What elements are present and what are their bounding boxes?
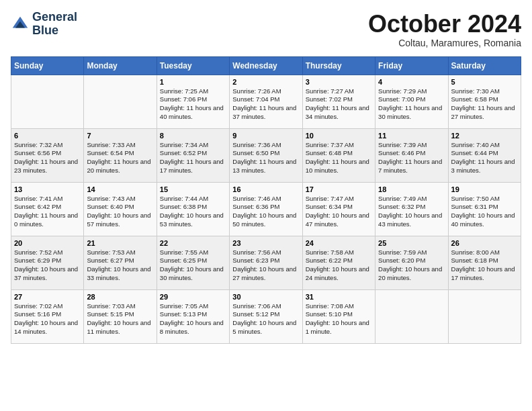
day-info: Sunrise: 8:00 AM Sunset: 6:18 PM Dayligh…	[451, 248, 518, 283]
calendar-cell: 29Sunrise: 7:05 AM Sunset: 5:13 PM Dayli…	[157, 289, 229, 343]
day-info: Sunrise: 7:02 AM Sunset: 5:16 PM Dayligh…	[14, 302, 81, 336]
calendar-cell	[11, 75, 84, 128]
day-info: Sunrise: 7:58 AM Sunset: 6:22 PM Dayligh…	[306, 248, 372, 283]
calendar-cell: 17Sunrise: 7:47 AM Sunset: 6:34 PM Dayli…	[302, 182, 375, 236]
calendar-cell: 23Sunrise: 7:56 AM Sunset: 6:23 PM Dayli…	[230, 236, 302, 289]
logo-line1: General	[32, 11, 77, 24]
calendar-cell: 30Sunrise: 7:06 AM Sunset: 5:12 PM Dayli…	[230, 289, 302, 343]
day-number: 7	[87, 132, 153, 140]
calendar-cell: 10Sunrise: 7:37 AM Sunset: 6:48 PM Dayli…	[302, 128, 375, 182]
calendar-cell: 13Sunrise: 7:41 AM Sunset: 6:42 PM Dayli…	[11, 182, 84, 236]
day-info: Sunrise: 7:05 AM Sunset: 5:13 PM Dayligh…	[160, 302, 226, 336]
day-number: 27	[14, 293, 81, 301]
day-info: Sunrise: 7:47 AM Sunset: 6:34 PM Dayligh…	[306, 195, 372, 229]
day-number: 12	[451, 132, 518, 140]
calendar-cell: 24Sunrise: 7:58 AM Sunset: 6:22 PM Dayli…	[302, 236, 375, 289]
calendar-cell	[375, 289, 448, 343]
weekday-header: Friday	[375, 56, 448, 75]
calendar-cell	[84, 75, 157, 128]
calendar-cell: 21Sunrise: 7:53 AM Sunset: 6:27 PM Dayli…	[84, 236, 157, 289]
calendar-table: SundayMondayTuesdayWednesdayThursdayFrid…	[11, 56, 521, 344]
calendar-cell: 2Sunrise: 7:26 AM Sunset: 7:04 PM Daylig…	[230, 75, 302, 128]
weekday-header: Thursday	[302, 56, 375, 75]
day-info: Sunrise: 7:40 AM Sunset: 6:44 PM Dayligh…	[451, 141, 518, 175]
day-number: 14	[87, 185, 153, 193]
calendar-cell: 22Sunrise: 7:55 AM Sunset: 6:25 PM Dayli…	[157, 236, 229, 289]
day-info: Sunrise: 7:29 AM Sunset: 7:00 PM Dayligh…	[378, 87, 445, 122]
day-number: 4	[378, 78, 445, 86]
calendar-cell: 27Sunrise: 7:02 AM Sunset: 5:16 PM Dayli…	[11, 289, 84, 343]
day-info: Sunrise: 7:37 AM Sunset: 6:48 PM Dayligh…	[306, 141, 372, 175]
weekday-header: Saturday	[448, 56, 521, 75]
day-number: 18	[378, 185, 445, 193]
day-info: Sunrise: 7:03 AM Sunset: 5:15 PM Dayligh…	[87, 302, 153, 336]
calendar-cell: 3Sunrise: 7:27 AM Sunset: 7:02 PM Daylig…	[302, 75, 375, 128]
day-info: Sunrise: 7:34 AM Sunset: 6:52 PM Dayligh…	[160, 141, 226, 175]
weekday-header: Monday	[84, 56, 157, 75]
weekday-header: Sunday	[11, 56, 84, 75]
calendar-cell: 15Sunrise: 7:44 AM Sunset: 6:38 PM Dayli…	[157, 182, 229, 236]
calendar-cell: 9Sunrise: 7:36 AM Sunset: 6:50 PM Daylig…	[230, 128, 302, 182]
day-info: Sunrise: 7:32 AM Sunset: 6:56 PM Dayligh…	[14, 141, 81, 175]
calendar-week-row: 1Sunrise: 7:25 AM Sunset: 7:06 PM Daylig…	[11, 75, 521, 128]
day-number: 25	[378, 239, 445, 247]
day-number: 26	[451, 239, 518, 247]
day-number: 24	[306, 239, 372, 247]
calendar-cell: 16Sunrise: 7:46 AM Sunset: 6:36 PM Dayli…	[230, 182, 302, 236]
day-number: 5	[451, 78, 518, 86]
day-number: 29	[160, 293, 226, 301]
day-number: 9	[232, 132, 299, 140]
calendar-cell: 11Sunrise: 7:39 AM Sunset: 6:46 PM Dayli…	[375, 128, 448, 182]
day-number: 28	[87, 293, 153, 301]
calendar-week-row: 6Sunrise: 7:32 AM Sunset: 6:56 PM Daylig…	[11, 128, 521, 182]
day-number: 22	[160, 239, 226, 247]
day-number: 19	[451, 185, 518, 193]
day-number: 21	[87, 239, 153, 247]
calendar-cell: 31Sunrise: 7:08 AM Sunset: 5:10 PM Dayli…	[302, 289, 375, 343]
day-info: Sunrise: 7:52 AM Sunset: 6:29 PM Dayligh…	[14, 248, 81, 283]
day-number: 17	[306, 185, 372, 193]
weekday-header: Wednesday	[230, 56, 302, 75]
day-info: Sunrise: 7:49 AM Sunset: 6:32 PM Dayligh…	[378, 195, 445, 229]
day-number: 8	[160, 132, 226, 140]
calendar-week-row: 27Sunrise: 7:02 AM Sunset: 5:16 PM Dayli…	[11, 289, 521, 343]
calendar-cell	[448, 289, 521, 343]
calendar-cell: 25Sunrise: 7:59 AM Sunset: 6:20 PM Dayli…	[375, 236, 448, 289]
day-number: 16	[232, 185, 299, 193]
day-number: 6	[14, 132, 81, 140]
calendar-cell: 4Sunrise: 7:29 AM Sunset: 7:00 PM Daylig…	[375, 75, 448, 128]
day-info: Sunrise: 7:33 AM Sunset: 6:54 PM Dayligh…	[87, 141, 153, 175]
day-info: Sunrise: 7:27 AM Sunset: 7:02 PM Dayligh…	[306, 87, 372, 122]
page-header: General Blue October 2024 Coltau, Maramu…	[11, 11, 521, 48]
calendar-week-row: 20Sunrise: 7:52 AM Sunset: 6:29 PM Dayli…	[11, 236, 521, 289]
calendar-cell: 26Sunrise: 8:00 AM Sunset: 6:18 PM Dayli…	[448, 236, 521, 289]
day-info: Sunrise: 7:46 AM Sunset: 6:36 PM Dayligh…	[232, 195, 299, 229]
day-number: 13	[14, 185, 81, 193]
location: Coltau, Maramures, Romania	[368, 38, 521, 48]
day-number: 10	[306, 132, 372, 140]
day-number: 2	[232, 78, 299, 86]
day-info: Sunrise: 7:25 AM Sunset: 7:06 PM Dayligh…	[160, 87, 226, 122]
calendar-cell: 1Sunrise: 7:25 AM Sunset: 7:06 PM Daylig…	[157, 75, 229, 128]
calendar-cell: 18Sunrise: 7:49 AM Sunset: 6:32 PM Dayli…	[375, 182, 448, 236]
day-info: Sunrise: 7:41 AM Sunset: 6:42 PM Dayligh…	[14, 195, 81, 229]
calendar-cell: 7Sunrise: 7:33 AM Sunset: 6:54 PM Daylig…	[84, 128, 157, 182]
weekday-header: Tuesday	[157, 56, 229, 75]
day-number: 30	[232, 293, 299, 301]
day-info: Sunrise: 7:36 AM Sunset: 6:50 PM Dayligh…	[232, 141, 299, 175]
day-number: 31	[306, 293, 372, 301]
day-number: 3	[306, 78, 372, 86]
calendar-cell: 28Sunrise: 7:03 AM Sunset: 5:15 PM Dayli…	[84, 289, 157, 343]
day-info: Sunrise: 7:26 AM Sunset: 7:04 PM Dayligh…	[232, 87, 299, 122]
day-number: 15	[160, 185, 226, 193]
calendar-cell: 12Sunrise: 7:40 AM Sunset: 6:44 PM Dayli…	[448, 128, 521, 182]
day-info: Sunrise: 7:43 AM Sunset: 6:40 PM Dayligh…	[87, 195, 153, 229]
calendar-week-row: 13Sunrise: 7:41 AM Sunset: 6:42 PM Dayli…	[11, 182, 521, 236]
day-number: 23	[232, 239, 299, 247]
day-info: Sunrise: 7:50 AM Sunset: 6:31 PM Dayligh…	[451, 195, 518, 229]
logo-icon	[11, 15, 30, 34]
day-number: 11	[378, 132, 445, 140]
calendar-cell: 6Sunrise: 7:32 AM Sunset: 6:56 PM Daylig…	[11, 128, 84, 182]
day-info: Sunrise: 7:08 AM Sunset: 5:10 PM Dayligh…	[306, 302, 372, 336]
logo-line2: Blue	[32, 24, 77, 38]
